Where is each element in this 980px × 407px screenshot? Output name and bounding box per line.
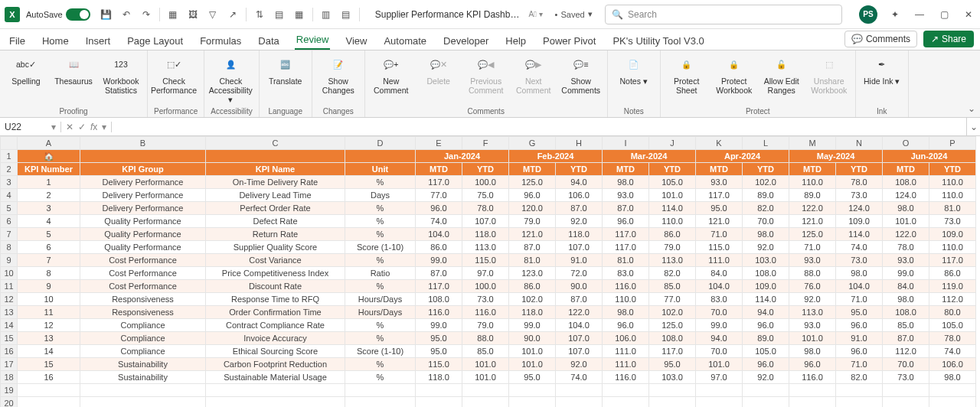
cell[interactable]: 110.0: [649, 215, 696, 228]
row-header-15[interactable]: 15: [1, 332, 18, 345]
cell[interactable]: 111.0: [696, 254, 743, 267]
grid[interactable]: ABCDEFGHIJKLMNOP 1🏠Jan-2024Feb-2024Mar-2…: [0, 136, 976, 407]
minimize-icon[interactable]: —: [913, 8, 926, 21]
cell[interactable]: 112.0: [929, 293, 976, 306]
cell[interactable]: 86.0: [649, 228, 696, 241]
cell[interactable]: 95.0: [416, 345, 462, 358]
column-header-D[interactable]: D: [345, 137, 416, 150]
tab-insert[interactable]: Insert: [84, 32, 113, 50]
cell[interactable]: 96.0: [509, 189, 556, 202]
cell[interactable]: [345, 384, 416, 397]
row-header-19[interactable]: 19: [1, 384, 18, 397]
qat-table-icon[interactable]: ▦: [292, 8, 306, 21]
cell[interactable]: [416, 397, 462, 408]
cell[interactable]: [603, 397, 649, 408]
cell[interactable]: 71.0: [696, 228, 743, 241]
cell[interactable]: 97.0: [696, 371, 743, 384]
cell[interactable]: [80, 397, 206, 408]
cell[interactable]: Response Time to RFQ: [206, 293, 345, 306]
qat-share-icon[interactable]: ↗: [226, 8, 240, 21]
cell[interactable]: %: [345, 254, 416, 267]
row-header-7[interactable]: 7: [1, 228, 18, 241]
cell[interactable]: Days: [345, 189, 416, 202]
cell[interactable]: [789, 384, 836, 397]
cell[interactable]: 122.0: [556, 306, 603, 319]
cell[interactable]: [929, 397, 976, 408]
cell[interactable]: %: [345, 202, 416, 215]
cell[interactable]: 82.0: [649, 267, 696, 280]
cell[interactable]: [206, 397, 345, 408]
qat-borders-icon[interactable]: ▦: [166, 8, 180, 21]
cell[interactable]: 98.0: [929, 371, 976, 384]
cell[interactable]: Delivery Performance: [80, 189, 206, 202]
check-accessibility-button[interactable]: 👤Check Accessibility ▾: [211, 54, 250, 104]
cell[interactable]: [80, 384, 206, 397]
cell[interactable]: 77.0: [649, 293, 696, 306]
cell[interactable]: 91.0: [556, 254, 603, 267]
cell[interactable]: 117.0: [603, 241, 649, 254]
show-comments-button[interactable]: 💬≡Show Comments: [561, 54, 601, 95]
cell[interactable]: 74.0: [556, 371, 603, 384]
cell[interactable]: [509, 397, 556, 408]
row-header-2[interactable]: 2: [1, 163, 18, 176]
cell[interactable]: %: [345, 371, 416, 384]
cell[interactable]: 70.0: [883, 358, 929, 371]
cell[interactable]: 89.0: [743, 332, 789, 345]
cell[interactable]: 87.0: [556, 293, 603, 306]
cell[interactable]: 76.0: [789, 280, 836, 293]
cell[interactable]: 100.0: [462, 176, 509, 189]
row-header-17[interactable]: 17: [1, 358, 18, 371]
cell[interactable]: 112.0: [883, 345, 929, 358]
cell[interactable]: Discount Rate: [206, 280, 345, 293]
cell[interactable]: 102.0: [649, 306, 696, 319]
tab-file[interactable]: File: [8, 32, 27, 50]
protect-sheet-button[interactable]: 🔒Protect Sheet: [667, 54, 707, 95]
cell[interactable]: 125.0: [649, 319, 696, 332]
cell[interactable]: [836, 397, 883, 408]
row-header-9[interactable]: 9: [1, 254, 18, 267]
cell[interactable]: 101.0: [462, 358, 509, 371]
column-header-L[interactable]: L: [743, 137, 789, 150]
cell[interactable]: 12: [18, 319, 80, 332]
cell[interactable]: 79.0: [509, 215, 556, 228]
row-header-14[interactable]: 14: [1, 319, 18, 332]
column-header-K[interactable]: K: [696, 137, 743, 150]
cell[interactable]: 104.0: [556, 319, 603, 332]
cell[interactable]: 115.0: [462, 254, 509, 267]
cell[interactable]: 103.0: [743, 254, 789, 267]
cell[interactable]: Compliance: [80, 345, 206, 358]
cell[interactable]: 87.0: [883, 332, 929, 345]
cell[interactable]: 98.0: [836, 267, 883, 280]
cell[interactable]: 73.0: [836, 189, 883, 202]
cell[interactable]: 8: [18, 267, 80, 280]
cell[interactable]: Ratio: [345, 267, 416, 280]
cell[interactable]: 100.0: [462, 280, 509, 293]
cell[interactable]: Sustainability: [80, 358, 206, 371]
cell[interactable]: 101.0: [649, 189, 696, 202]
cell[interactable]: 116.0: [603, 280, 649, 293]
cell[interactable]: 114.0: [836, 228, 883, 241]
cell[interactable]: 110.0: [929, 176, 976, 189]
cell[interactable]: 117.0: [649, 345, 696, 358]
cell[interactable]: 81.0: [929, 202, 976, 215]
cell[interactable]: 99.0: [696, 319, 743, 332]
cell[interactable]: Compliance: [80, 319, 206, 332]
cell[interactable]: [462, 397, 509, 408]
cell[interactable]: 105.0: [649, 176, 696, 189]
cell[interactable]: 87.0: [509, 241, 556, 254]
cell[interactable]: 90.0: [556, 280, 603, 293]
cell[interactable]: Carbon Footprint Reduction: [206, 358, 345, 371]
cell[interactable]: 95.0: [836, 306, 883, 319]
cell[interactable]: 108.0: [649, 332, 696, 345]
cell[interactable]: 118.0: [556, 228, 603, 241]
cell[interactable]: 90.0: [509, 332, 556, 345]
cell[interactable]: [18, 384, 80, 397]
cell[interactable]: 108.0: [743, 267, 789, 280]
workbook-statistics-button[interactable]: 123Workbook Statistics: [101, 54, 141, 95]
cell[interactable]: [696, 384, 743, 397]
cell[interactable]: 109.0: [836, 215, 883, 228]
row-header-3[interactable]: 3: [1, 176, 18, 189]
cell[interactable]: 124.0: [883, 189, 929, 202]
cell[interactable]: 78.0: [462, 202, 509, 215]
cell[interactable]: 96.0: [603, 319, 649, 332]
